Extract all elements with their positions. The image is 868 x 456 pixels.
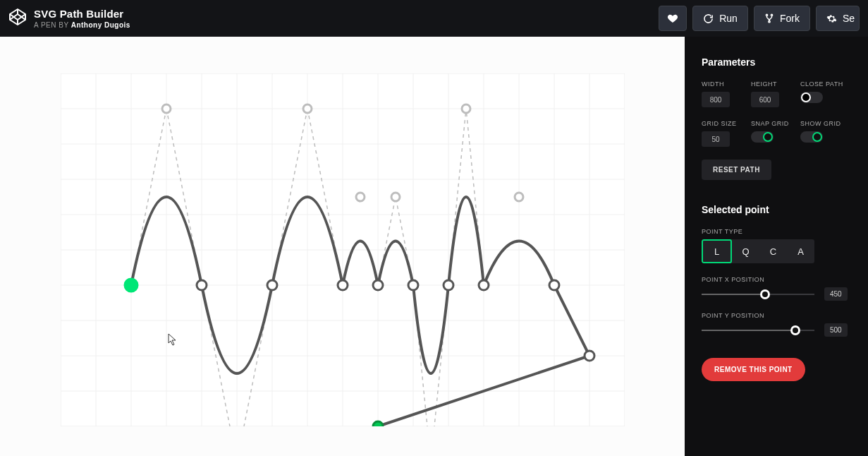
point-type-Q[interactable]: Q (732, 239, 759, 263)
run-label: Run (719, 13, 738, 24)
heart-icon (667, 13, 678, 24)
svg-point-42 (303, 104, 312, 113)
svg-point-57 (549, 280, 559, 290)
top-actions: Run Fork Se (659, 6, 860, 31)
grid-size-label: GRID SIZE (702, 120, 751, 127)
width-label: WIDTH (702, 80, 751, 88)
svg-point-47 (515, 193, 523, 201)
canvas-stage (0, 37, 685, 456)
parameters-heading: Parameters (702, 56, 851, 68)
point-y-slider[interactable] (702, 325, 814, 335)
top-bar: SVG Path Builder A PEN BY Anthony Dugois… (0, 0, 868, 37)
snap-grid-label: SNAP GRID (751, 120, 800, 127)
grid-size-input[interactable]: 50 (702, 131, 730, 147)
show-grid-toggle[interactable] (800, 131, 823, 143)
svg-point-54 (408, 280, 418, 290)
fork-label: Fork (780, 13, 800, 24)
run-icon (703, 13, 714, 24)
svg-point-43 (356, 193, 365, 201)
svg-point-40 (162, 104, 171, 113)
svg-point-52 (338, 280, 348, 290)
svg-canvas[interactable] (61, 73, 625, 426)
fork-icon (764, 13, 774, 23)
svg-point-56 (479, 280, 489, 290)
svg-point-53 (373, 280, 383, 290)
pen-author[interactable]: Anthony Dugois (71, 21, 130, 29)
close-path-toggle[interactable] (800, 92, 823, 103)
pen-subtitle: A PEN BY Anthony Dugois (34, 21, 130, 29)
show-grid-label: SHOW GRID (800, 120, 864, 127)
settings-label: Se (843, 13, 855, 24)
svg-point-46 (462, 104, 470, 113)
love-button[interactable] (659, 6, 687, 31)
height-label: HEIGHT (751, 80, 800, 88)
svg-point-44 (391, 193, 400, 201)
point-type-group: L Q C A (702, 239, 814, 263)
svg-point-59 (373, 421, 383, 426)
codepen-logo-icon (8, 8, 27, 29)
svg-point-0 (766, 14, 767, 16)
run-button[interactable]: Run (692, 6, 748, 31)
point-type-C[interactable]: C (759, 239, 787, 263)
fork-button[interactable]: Fork (754, 6, 810, 31)
point-type-label: POINT TYPE (702, 228, 851, 235)
point-y-value: 500 (824, 323, 848, 337)
width-input[interactable]: 800 (702, 92, 730, 107)
svg-point-1 (771, 14, 772, 16)
logo-block: SVG Path Builder A PEN BY Anthony Dugois (8, 8, 130, 29)
settings-button[interactable]: Se (816, 6, 860, 31)
remove-point-button[interactable]: REMOVE THIS POINT (702, 358, 805, 381)
svg-point-2 (769, 21, 770, 23)
side-panel: Parameters WIDTH 800 HEIGHT 600 CLOSE PA… (685, 37, 868, 456)
snap-grid-toggle[interactable] (751, 131, 774, 143)
svg-point-51 (267, 280, 277, 290)
point-y-label: POINT Y POSITION (702, 312, 851, 319)
pen-title: SVG Path Builder (34, 8, 130, 20)
point-x-slider[interactable] (702, 289, 814, 299)
svg-point-55 (444, 280, 453, 290)
svg-point-49 (126, 280, 136, 290)
point-x-value: 450 (824, 287, 848, 301)
point-type-A[interactable]: A (787, 239, 814, 263)
svg-point-58 (585, 351, 594, 361)
height-input[interactable]: 600 (751, 92, 779, 107)
point-type-L[interactable]: L (702, 239, 732, 263)
svg-point-50 (197, 280, 207, 290)
point-x-label: POINT X POSITION (702, 276, 851, 283)
reset-path-button[interactable]: RESET PATH (702, 160, 771, 180)
pen-subtitle-prefix: A PEN BY (34, 21, 71, 29)
close-path-label: CLOSE PATH (800, 80, 864, 88)
selected-point-heading: Selected point (702, 204, 851, 215)
gear-icon (826, 13, 837, 24)
